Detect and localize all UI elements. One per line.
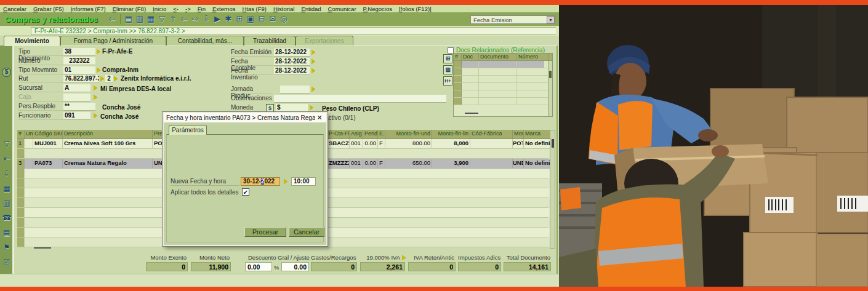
trash-icon[interactable]: ▽ [2, 139, 12, 149]
fecha-emision-field[interactable]: 28-12-2022 [274, 49, 310, 57]
observaciones-field[interactable] [274, 95, 446, 103]
table-horizontal-scroll-thumb[interactable] [34, 247, 51, 249]
target-icon[interactable]: ◎ [278, 14, 289, 25]
duplicate-icon[interactable]: ▥ [2, 198, 12, 208]
menu-externos[interactable]: Externos [212, 6, 236, 12]
tipo-documento-field[interactable]: 38 [63, 48, 95, 56]
first-icon[interactable]: ⇧ [167, 14, 179, 25]
menu-next[interactable]: -> [185, 6, 191, 12]
print-icon[interactable]: ▦ [145, 14, 156, 25]
history-plus-button[interactable]: H+ [443, 76, 452, 86]
dispatch-icon[interactable]: ⚑ [2, 242, 12, 252]
docs-row[interactable] [454, 98, 552, 105]
nueva-fecha-field[interactable]: 30-12-2022 [241, 177, 280, 186]
lookup-arrow-icon[interactable] [97, 68, 100, 73]
back-icon[interactable]: ⇦ [106, 14, 118, 25]
tab-contabilidad[interactable]: Contabilidad, más... [166, 36, 244, 46]
last-icon[interactable]: ⇩ [201, 14, 212, 25]
funcionario-field[interactable]: 091 [63, 112, 90, 120]
lookup-arrow-icon[interactable] [114, 76, 118, 81]
currency-sync-icon[interactable]: $ [2, 68, 11, 77]
docs-row[interactable] [454, 68, 552, 76]
contact-icon[interactable]: ▣ [245, 14, 256, 25]
menu-folios[interactable]: [folios (F12)] [399, 6, 432, 12]
next-icon[interactable]: ⇨ [190, 14, 201, 25]
aplicar-detalles-checkbox[interactable]: ✔ [242, 188, 249, 196]
lookup-arrow-icon[interactable] [311, 87, 315, 92]
moneda-field[interactable]: $ [276, 104, 308, 112]
menu-comunicar[interactable]: Comunicar [328, 6, 356, 12]
import-icon[interactable]: ⊞ [234, 14, 245, 25]
catalog-icon[interactable]: ▤ [2, 228, 12, 237]
lookup-arrow-icon[interactable] [100, 76, 104, 81]
lookup-arrow-icon[interactable] [311, 68, 315, 73]
comment-icon[interactable]: ✉ [267, 14, 278, 25]
menu-pnegocios[interactable]: P.Negocios [363, 6, 392, 12]
lookup-arrow-icon[interactable] [97, 49, 100, 54]
menu-informes[interactable]: Informes (F7) [71, 6, 106, 12]
dialog-title-bar[interactable]: Fecha y hora inventario PA073 > Cremas N… [164, 113, 326, 123]
currency-button[interactable]: $ [266, 104, 274, 112]
sort-field-select[interactable]: Fecha Emision ▼ [470, 15, 555, 24]
calendar-icon[interactable]: ▦ [2, 183, 12, 193]
cancelar-button[interactable]: Cancelar [289, 227, 324, 237]
menu-grabar[interactable]: Grabar (F5) [33, 6, 64, 12]
menu-historial[interactable]: Historial [273, 6, 294, 12]
tipo-movmnto-field[interactable]: 01 [63, 66, 95, 74]
procesar-button[interactable]: Procesar [244, 227, 286, 237]
save-icon[interactable]: ▤ [123, 14, 134, 25]
menu-fin[interactable]: Fin [198, 6, 206, 12]
fecha-inventario-field[interactable]: 28-12-2022 [274, 67, 310, 75]
docs-row[interactable] [454, 76, 552, 83]
nueva-hora-field[interactable]: 10:00 [291, 177, 316, 186]
menu-inicio[interactable]: Inicio [153, 6, 166, 12]
calculator-icon[interactable]: ⊟ [256, 14, 267, 25]
descuento-pct-field[interactable]: 0.00 [245, 262, 272, 271]
lookup-arrow-icon[interactable] [94, 86, 97, 90]
jornada-field[interactable] [280, 86, 310, 94]
menu-entidad[interactable]: Entidad [301, 6, 321, 12]
move-down-icon[interactable]: ⇩ [2, 169, 12, 178]
lookup-arrow-icon[interactable] [402, 255, 406, 260]
impuestos-value: 0 [458, 262, 501, 271]
delete-icon[interactable]: ▽ [156, 14, 167, 25]
sucursal-desc: Mi Empresa DES-A local [100, 86, 171, 94]
lookup-arrow-icon[interactable] [284, 179, 287, 184]
rut-field[interactable]: 76.822.897-3 [63, 75, 99, 83]
close-icon[interactable]: ✕ [315, 114, 324, 122]
docs-scrollbar[interactable] [548, 61, 552, 116]
pers-respble-field[interactable]: ** [63, 103, 95, 111]
prev-icon[interactable]: ⇦ [179, 14, 190, 25]
columns-button[interactable]: ▥ [443, 65, 452, 74]
menu-htas[interactable]: Htas (F9) [242, 6, 267, 12]
copies-icon[interactable]: ▥ [134, 14, 145, 25]
docs-row[interactable] [454, 83, 552, 90]
lookup-arrow-icon[interactable] [311, 59, 315, 64]
docs-hscroll-thumb[interactable] [465, 113, 478, 114]
tools-icon[interactable]: ✱ [223, 14, 234, 25]
lookup-arrow-icon[interactable] [94, 113, 97, 118]
tab-parametros[interactable]: Parámetros [169, 125, 207, 135]
sucursal-field[interactable]: A [63, 84, 90, 92]
checklist-icon[interactable]: ☑ [2, 257, 12, 267]
run-icon[interactable]: ▶ [212, 14, 223, 25]
tab-movimiento[interactable]: Movimiento [4, 36, 60, 46]
chevron-down-icon[interactable]: ▼ [547, 16, 555, 23]
phone-icon[interactable]: ☎ [2, 213, 12, 223]
menu-prev[interactable]: <- [173, 6, 179, 12]
tab-trazabilidad[interactable]: Trazabilidad [244, 36, 295, 46]
gastos-label: Gastos/Recargos [311, 254, 356, 261]
tab-forma-pago[interactable]: Forma Pago / Administración [60, 36, 166, 46]
table-vertical-scrollbar[interactable] [550, 130, 555, 249]
menu-eliminar[interactable]: Eliminar (F8) [113, 6, 146, 12]
lookup-arrow-icon[interactable] [311, 50, 315, 55]
rut-dv-field[interactable]: 2 [105, 75, 113, 83]
docs-row[interactable] [454, 61, 552, 68]
insert-row-icon[interactable]: ⇤ [2, 154, 12, 164]
numero-field[interactable]: 232322 [63, 57, 95, 65]
lookup-arrow-icon[interactable] [310, 105, 313, 110]
fecha-contable-field[interactable]: 28-12-2022 [274, 58, 310, 66]
grid-73-button[interactable]: ⊞ [443, 54, 452, 63]
docs-row[interactable] [454, 90, 552, 98]
menu-cancelar[interactable]: Cancelar [3, 6, 26, 12]
